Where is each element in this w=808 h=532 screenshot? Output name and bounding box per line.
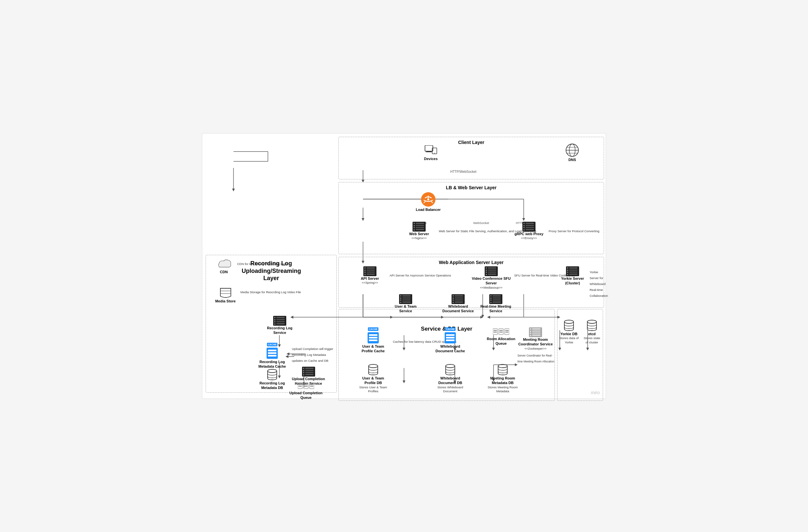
wb-cache-node: CACHE Whiteboard Document Cache — [432, 327, 468, 353]
svg-rect-164 — [402, 297, 410, 298]
wb-service-node: Whiteboard Document Service — [440, 294, 476, 314]
api-desc: API Server for Asyncrum Service Operatio… — [390, 272, 451, 278]
svg-rect-136 — [446, 337, 455, 338]
svg-rect-55 — [416, 227, 424, 228]
upload-queue-label: Upload Completion Queue — [284, 391, 327, 400]
svg-point-117 — [303, 370, 304, 371]
realtime-service-label: Real-time Meeting Service — [478, 304, 514, 314]
svg-rect-154 — [532, 334, 540, 336]
ut-db-label: User & Team Profile DB — [357, 376, 390, 385]
svg-point-94 — [567, 272, 568, 273]
yorkie-db-desc: Stores data of Yorkie — [559, 336, 579, 344]
grpc-label: gRPC web Proxy — [515, 232, 544, 236]
svg-rect-103 — [276, 323, 284, 324]
wb-service-icon — [452, 294, 465, 304]
svg-point-85 — [486, 272, 487, 273]
svg-point-58 — [414, 227, 415, 228]
svg-point-158 — [498, 364, 507, 368]
canvas: Client Layer Devices DNS H — [202, 133, 606, 399]
svg-rect-92 — [569, 274, 577, 275]
svg-rect-153 — [532, 333, 540, 334]
svg-rect-129 — [310, 386, 313, 387]
dns-icon — [565, 143, 580, 158]
svg-rect-53 — [416, 223, 424, 224]
web-app-layer-title: Web Application Server Layer — [439, 260, 504, 265]
svg-rect-37 — [426, 151, 431, 152]
queue-icon — [298, 382, 314, 391]
svg-rect-152 — [532, 331, 540, 332]
client-layer: Client Layer Devices DNS H — [338, 137, 604, 179]
svg-rect-82 — [488, 272, 496, 273]
svg-rect-182 — [493, 297, 501, 298]
svg-rect-142 — [494, 332, 497, 333]
svg-point-99 — [274, 317, 275, 318]
svg-rect-101 — [276, 319, 284, 320]
etcd-desc: Stores state of cluster — [582, 336, 602, 344]
svg-point-57 — [414, 225, 415, 226]
wb-db-desc: Stores Whiteboard Document — [432, 385, 468, 393]
svg-rect-166 — [402, 301, 410, 303]
meeting-coord-label: Meeting Room Coordinator Service — [516, 337, 555, 347]
ws-server-sublabel: <<Nginx>> — [411, 236, 427, 240]
user-team-db-node: User & Team Profile DB Stores User & Tea… — [357, 363, 390, 393]
video-conf-icon — [485, 266, 498, 276]
svg-point-155 — [530, 331, 531, 332]
ut-cache-badge: CACHE — [368, 327, 379, 331]
ut-cache-label: User & Team Profile Cache — [357, 344, 390, 353]
miro-watermark: miro — [591, 390, 600, 395]
svg-point-47 — [427, 198, 429, 200]
cdn-node: CDN — [213, 258, 235, 274]
svg-rect-144 — [499, 330, 503, 331]
svg-point-150 — [530, 328, 531, 330]
grpc-desc: Proxy Server for Protocol Converting — [549, 227, 600, 234]
recording-service-icon — [273, 316, 286, 326]
svg-rect-133 — [369, 340, 378, 341]
svg-point-67 — [524, 227, 525, 228]
svg-rect-100 — [276, 317, 284, 318]
svg-rect-123 — [298, 386, 302, 387]
yorkie-db-icon — [563, 319, 575, 332]
svg-point-66 — [524, 225, 525, 226]
svg-point-70 — [364, 267, 366, 269]
svg-rect-83 — [488, 274, 496, 275]
devices-icon — [424, 145, 438, 157]
svg-point-169 — [400, 302, 401, 303]
wb-db-icon — [444, 363, 457, 376]
svg-rect-62 — [526, 223, 534, 224]
dns-node: DNS — [565, 143, 580, 162]
video-conf-sublabel: <<Mediasoup>> — [480, 286, 503, 290]
svg-rect-74 — [367, 274, 375, 275]
svg-point-176 — [453, 297, 454, 299]
user-team-service-node: User & Team Service — [389, 294, 422, 314]
meeting-coord-node: Meeting Room Coordinator Service <<Zooke… — [516, 327, 555, 351]
svg-point-177 — [453, 299, 454, 301]
svg-point-88 — [567, 267, 568, 269]
api-sublabel: <<Spring>> — [362, 281, 378, 285]
grpc-icon — [522, 222, 535, 232]
rec-db-icon — [266, 368, 278, 381]
ut-db-icon — [367, 363, 380, 376]
svg-rect-137 — [446, 340, 455, 341]
svg-rect-183 — [493, 299, 501, 300]
svg-rect-148 — [505, 332, 509, 333]
ut-service-label: User & Team Service — [389, 304, 422, 314]
lb-layer-title: LB & Web Server Layer — [446, 185, 497, 190]
svg-rect-102 — [276, 321, 284, 322]
web-server-node: Web Server <<Nginx>> — [403, 222, 436, 240]
svg-rect-163 — [402, 295, 410, 296]
etcd-node: etcd Stores state of cluster — [582, 319, 602, 344]
meeting-coord-sublabel: <<Zookeeper>> — [524, 347, 547, 351]
svg-rect-184 — [493, 301, 501, 303]
realtime-service-icon — [489, 294, 502, 304]
svg-rect-172 — [455, 295, 463, 296]
api-label: API Server — [361, 276, 379, 281]
etcd-icon — [586, 319, 598, 332]
svg-point-168 — [400, 299, 401, 301]
wb-db-label: Whiteboard Document DB — [432, 376, 468, 385]
svg-rect-114 — [305, 370, 313, 371]
svg-point-162 — [400, 295, 401, 296]
cdn-desc: CDN for low latency Recording Logs — [237, 260, 287, 266]
svg-rect-174 — [455, 299, 463, 300]
svg-point-139 — [446, 364, 455, 368]
svg-rect-165 — [402, 299, 410, 300]
